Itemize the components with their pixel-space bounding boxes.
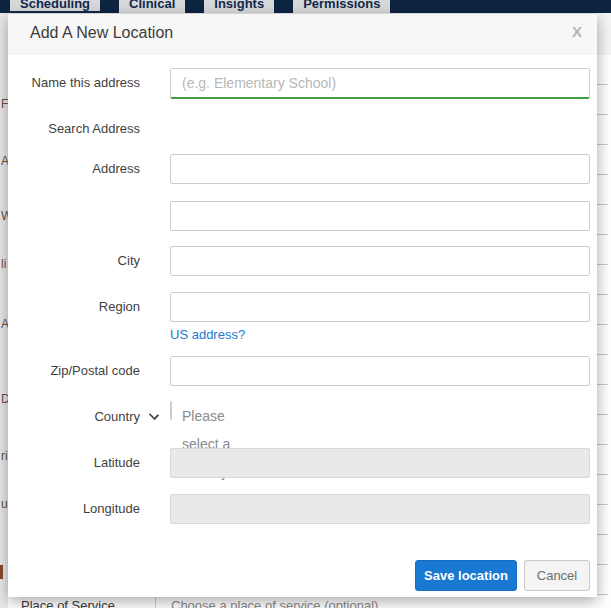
longitude-label: Longitude: [8, 494, 140, 524]
tab-scheduling[interactable]: Scheduling: [10, 0, 100, 13]
top-navbar: Scheduling Clinical Insights Permissions: [0, 0, 611, 13]
background-left-strip: F A W li AF D ri ur: [0, 13, 8, 608]
city-label: City: [8, 246, 140, 276]
background-bottom-strip: Place of Service Choose a place of servi…: [8, 597, 611, 608]
place-of-service-label: Place of Service: [21, 598, 115, 608]
modal-header: Add A New Location X: [8, 14, 597, 54]
longitude-input: [170, 494, 590, 524]
region-label: Region: [8, 292, 140, 322]
country-select[interactable]: Please select a country...: [170, 401, 172, 420]
clipped-marker-bar: [0, 565, 3, 579]
divider: [155, 597, 156, 608]
country-label: Country: [8, 402, 140, 432]
save-location-button[interactable]: Save location: [415, 560, 517, 591]
zip-label: Zip/Postal code: [8, 356, 140, 386]
background-gridlines: [597, 55, 608, 608]
search-address-label: Search Address: [8, 114, 140, 144]
add-location-modal: Add A New Location X Name this address S…: [8, 14, 597, 597]
page: Scheduling Clinical Insights Permissions…: [0, 0, 611, 608]
tab-insights[interactable]: Insights: [204, 0, 274, 13]
clipped-text-fragment: A: [1, 154, 8, 168]
address2-input[interactable]: [170, 201, 590, 231]
city-input[interactable]: [170, 246, 590, 276]
modal-footer: Save location Cancel: [8, 560, 597, 591]
place-of-service-value: Choose a place of service (optional): [171, 598, 378, 608]
clipped-text-fragment: W: [1, 209, 8, 223]
tab-clinical[interactable]: Clinical: [119, 0, 185, 13]
zip-input[interactable]: [170, 356, 590, 386]
name-address-label: Name this address: [8, 68, 140, 98]
name-address-input[interactable]: [170, 68, 590, 99]
address-input[interactable]: [170, 154, 590, 184]
background-right-strip: [597, 13, 611, 608]
latitude-input: [170, 448, 590, 478]
clipped-text-fragment: ri: [1, 449, 8, 463]
clipped-text-fragment: ur: [1, 497, 8, 511]
tab-permissions[interactable]: Permissions: [293, 0, 390, 13]
clipped-text-fragment: F: [1, 97, 8, 111]
clipped-text-fragment: D: [1, 392, 8, 406]
modal-title: Add A New Location: [30, 24, 173, 42]
close-icon[interactable]: X: [569, 23, 585, 40]
region-input[interactable]: [170, 292, 590, 322]
clipped-text-fragment: AF: [1, 317, 8, 331]
us-address-link[interactable]: US address?: [170, 327, 245, 342]
cancel-button[interactable]: Cancel: [524, 560, 590, 591]
address-label: Address: [8, 154, 140, 184]
clipped-text-fragment: li: [1, 257, 6, 271]
background-panel-edge: [597, 13, 611, 55]
chevron-down-icon: [149, 410, 159, 420]
latitude-label: Latitude: [8, 448, 140, 478]
